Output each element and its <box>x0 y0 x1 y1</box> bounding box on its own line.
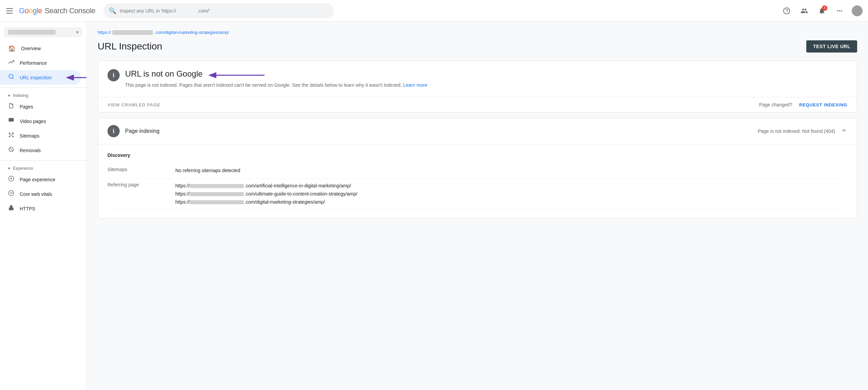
collapse-icon: ▾ <box>8 93 10 98</box>
svg-rect-4 <box>9 118 14 122</box>
notification-badge: 4 <box>822 5 827 11</box>
indexing-header-right: Page is not indexed: Not found (404) <box>758 127 847 136</box>
indexing-section-header[interactable]: ▾ Indexing <box>0 90 86 99</box>
experience-section-label: Experience <box>13 166 33 171</box>
sidebar-item-label: Core web vitals <box>20 191 52 197</box>
sidebar-item-label: Sitemaps <box>20 133 39 139</box>
url-blur-2 <box>190 192 244 196</box>
notifications-button[interactable]: 4 <box>816 5 827 16</box>
indexing-body: Discovery Sitemaps No referring sitemaps… <box>98 144 857 218</box>
sidebar-arrow-annotation <box>61 73 87 83</box>
indexing-header-left: i Page indexing <box>107 125 159 137</box>
video-icon <box>8 117 14 125</box>
topbar: Google Search Console 🔍 4 <box>0 0 868 22</box>
help-button[interactable] <box>781 5 792 16</box>
indexing-section-label: Indexing <box>13 93 28 98</box>
sidebar-item-url-inspection[interactable]: URL inspection <box>0 70 81 85</box>
url-inspect-searchbar[interactable]: 🔍 <box>103 3 334 18</box>
sitemap-icon <box>8 132 14 140</box>
search-nav-icon <box>8 74 14 81</box>
url-blur-3 <box>190 200 244 204</box>
url-inspect-input[interactable] <box>120 8 329 14</box>
svg-rect-6 <box>9 132 10 134</box>
sitemaps-label: Sitemaps <box>107 167 175 172</box>
svg-rect-8 <box>9 136 10 137</box>
discovery-section-title: Discovery <box>107 152 847 158</box>
sidebar-item-core-web-vitals[interactable]: Core web vitals <box>0 187 81 201</box>
sidebar-item-removals[interactable]: Removals <box>0 143 81 158</box>
logo-text: Google Search Console <box>19 6 95 15</box>
apps-button[interactable] <box>834 5 845 16</box>
search-icon: 🔍 <box>109 7 116 15</box>
https-icon <box>8 205 14 212</box>
svg-line-3 <box>12 78 13 79</box>
app-layout: ▾ 🏠 Overview Performance URL inspect <box>0 22 868 390</box>
property-selector[interactable]: ▾ <box>4 27 82 37</box>
breadcrumb-url-suffix: .com/digital-marketing-strategies/amp/ <box>154 30 229 35</box>
referring-page-label: Referring page <box>107 182 175 187</box>
page-indexing-card: i Page indexing Page is not indexed: Not… <box>98 118 857 218</box>
vitals-icon <box>8 190 14 198</box>
home-icon: 🏠 <box>8 45 16 52</box>
svg-rect-7 <box>12 132 14 134</box>
view-crawled-page-button: VIEW CRAWLED PAGE <box>107 102 160 107</box>
indexing-status: Page is not indexed: Not found (404) <box>758 128 835 134</box>
sidebar-item-performance[interactable]: Performance <box>0 56 81 70</box>
test-live-url-button[interactable]: TEST LIVE URL <box>806 40 857 53</box>
removals-icon <box>8 146 14 154</box>
property-text <box>8 30 56 35</box>
experience-icon <box>8 176 14 183</box>
card-actions-right: Page changed? REQUEST INDEXING <box>759 102 847 107</box>
sidebar-item-label: HTTPS <box>20 206 35 211</box>
sidebar-item-sitemaps[interactable]: Sitemaps <box>0 128 81 143</box>
sidebar-item-overview[interactable]: 🏠 Overview <box>0 41 81 56</box>
trending-icon <box>8 59 14 67</box>
url-blur-1 <box>190 184 244 188</box>
sidebar-item-label: Overview <box>21 46 41 51</box>
card-content: URL is not on Google This pag <box>125 69 427 89</box>
card-actions: VIEW CRAWLED PAGE Page changed? REQUEST … <box>98 97 857 112</box>
svg-rect-18 <box>9 207 14 210</box>
sitemaps-value: No referring sitemaps detected <box>175 167 240 175</box>
page-changed-label: Page changed? <box>759 102 792 107</box>
sidebar-item-video-pages[interactable]: Video pages <box>0 114 81 128</box>
page-header: URL Inspection TEST LIVE URL <box>98 40 857 53</box>
indexing-card-header[interactable]: i Page indexing Page is not indexed: Not… <box>98 118 857 144</box>
indexing-status-icon: i <box>107 125 120 137</box>
request-indexing-button[interactable]: REQUEST INDEXING <box>799 102 847 107</box>
sidebar-item-label: URL inspection <box>20 75 52 80</box>
svg-rect-9 <box>12 136 14 137</box>
referring-page-urls: https://.com/artificial-intelligence-in-… <box>175 182 357 206</box>
page-title: URL Inspection <box>98 41 162 52</box>
collapse-icon-2: ▾ <box>8 166 10 171</box>
pages-icon <box>8 103 14 110</box>
user-avatar[interactable] <box>852 5 863 16</box>
experience-section-header[interactable]: ▾ Experience <box>0 163 86 172</box>
chevron-down-icon: ▾ <box>76 30 78 35</box>
sidebar-item-label: Page experience <box>20 177 55 182</box>
expand-icon[interactable] <box>841 127 847 136</box>
menu-button[interactable] <box>5 7 14 15</box>
breadcrumb: https://.com/digital-marketing-strategie… <box>98 30 857 35</box>
topbar-actions: 4 <box>781 5 863 16</box>
sidebar-item-page-experience[interactable]: Page experience <box>0 172 81 187</box>
sidebar-divider-2 <box>0 160 86 161</box>
sitemaps-row: Sitemaps No referring sitemaps detected <box>107 163 847 179</box>
sidebar-item-pages[interactable]: Pages <box>0 99 81 114</box>
url-status-card: i URL is not on Google <box>98 61 857 112</box>
card-title: URL is not on Google <box>125 69 203 79</box>
referring-url-2: https://.com/ultimate-guide-to-content-c… <box>175 190 357 198</box>
status-icon: i <box>107 69 120 81</box>
sidebar-item-label: Removals <box>20 148 41 153</box>
app-logo: Google Search Console <box>19 6 95 15</box>
sidebar-item-https[interactable]: HTTPS <box>0 201 81 216</box>
referring-url-1: https://.com/artificial-intelligence-in-… <box>175 182 357 190</box>
accounts-button[interactable] <box>799 5 810 16</box>
learn-more-link[interactable]: Learn more <box>403 82 428 88</box>
card-header: i URL is not on Google <box>98 61 857 97</box>
sidebar-item-label: Performance <box>20 60 47 66</box>
indexing-title: Page indexing <box>125 128 159 134</box>
sidebar-divider <box>0 87 86 88</box>
title-arrow-annotation <box>207 70 268 80</box>
main-content: https://.com/digital-marketing-strategie… <box>87 22 868 390</box>
